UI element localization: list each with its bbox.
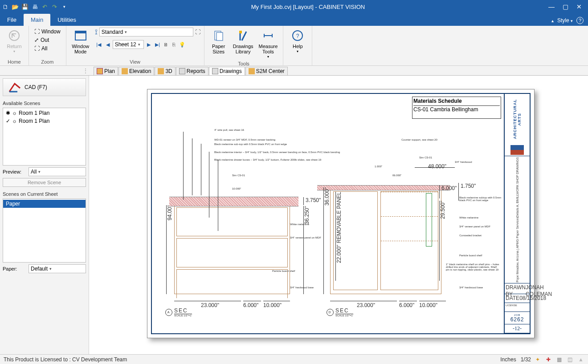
materials-schedule: Materials Schedule CS-01 Cambria Belling… [412, 97, 501, 119]
measure-tools-button[interactable]: Measure Tools ▾ [257, 28, 280, 60]
help-button[interactable]: ? Help ▾ [287, 28, 308, 55]
status-panel-icon[interactable]: ◫ [568, 356, 574, 363]
zoom-all-icon: ⛶ [34, 45, 40, 52]
work-area: CAD (F7) Available Scenes ✱☼Room 1 Plan … [0, 76, 588, 354]
cad-button[interactable]: CAD (F7) [3, 78, 86, 96]
zoom-window-button[interactable]: ⛶Window [33, 28, 62, 36]
window-mode-label: Window Mode [72, 44, 89, 54]
zoom-all-button[interactable]: ⛶All [33, 44, 62, 53]
preview-dropdown[interactable]: All▾ [29, 167, 86, 176]
return-button[interactable]: Return ▾ [4, 28, 25, 55]
scenes-on-sheet-list[interactable]: Paper [3, 198, 86, 263]
help-ribbon-icon: ? [290, 28, 305, 43]
license-cell: LICENSE [505, 303, 530, 312]
close-button[interactable]: ✕ [576, 3, 582, 10]
return-caret: ▾ [13, 50, 15, 54]
return-label: Return [7, 44, 21, 49]
status-units[interactable]: Inches [500, 356, 516, 363]
tab-drawings[interactable]: Drawings [209, 67, 245, 75]
job-cell: JOB6262 [505, 312, 530, 324]
minimize-button[interactable]: — [548, 3, 555, 10]
menu-bar: File Main Utilities ▴ Style ▾ ? [0, 13, 588, 26]
check-icon: ✓ [6, 118, 10, 124]
qat-undo-icon[interactable]: ↶ [41, 3, 48, 10]
status-cross-icon[interactable]: ✚ [546, 356, 552, 363]
qat-dropdown-icon[interactable]: ▾ [61, 3, 68, 10]
ribbon-help-label [287, 64, 308, 65]
maximize-button[interactable]: ▢ [563, 3, 568, 10]
drawings-library-button[interactable]: Drawings Library [231, 28, 255, 55]
tab-reports[interactable]: Reports [176, 67, 208, 75]
svg-rect-5 [239, 31, 242, 33]
tab-utilities[interactable]: Utilities [50, 14, 83, 26]
drawings-library-icon [236, 28, 250, 43]
tab-elevation[interactable]: Elevation [118, 67, 154, 75]
scene-item[interactable]: ✓☼Room 1 Plan [3, 117, 86, 125]
tab-main[interactable]: Main [24, 14, 50, 26]
drawing-sheet: ARCHITECTURAL ARTS MILLWORK SHOP DRAWING… [147, 89, 535, 338]
tab-3d[interactable]: 3D [155, 67, 175, 75]
ribbon-zoom-label: Zoom [33, 58, 62, 65]
style-menu[interactable]: Style ▾ [557, 17, 573, 24]
tab-file[interactable]: File [0, 14, 24, 26]
qat-redo-icon[interactable]: ↷ [51, 3, 58, 10]
dimstyle-icon[interactable]: ⟟ [95, 28, 98, 36]
three-d-icon [158, 68, 164, 74]
qat-new-icon[interactable]: 🗋 [2, 3, 9, 10]
tab-s2m[interactable]: S2M Center [245, 67, 288, 75]
sheet-dropdown[interactable]: Sheet 12▾ [113, 40, 144, 49]
scenes-on-sheet-label: Scenes on Current Sheet [3, 191, 86, 197]
fit-icon[interactable]: ⛶ [195, 29, 200, 35]
sun-icon: ☼ [12, 110, 17, 116]
qat-print-icon[interactable]: 🖶 [31, 3, 38, 10]
preview-label: Preview: [3, 169, 26, 174]
paper-sizes-button[interactable]: Paper Sizes [208, 28, 229, 55]
remove-scene-button[interactable]: Remove Scene [3, 178, 86, 187]
paper-row: Paper: Default▾ [3, 264, 86, 273]
status-snap-icon[interactable]: ✦ [535, 356, 542, 363]
drawing-canvas[interactable]: ARCHITECTURAL ARTS MILLWORK SHOP DRAWING… [89, 76, 588, 354]
nav-first-button[interactable]: |◀ [95, 40, 103, 49]
status-license: This Product is Licensed to : CV Develop… [4, 356, 500, 363]
quick-access-toolbar: 🗋 📂 💾 🖶 ↶ ↷ ▾ [2, 3, 68, 10]
qat-save-icon[interactable]: 💾 [21, 3, 29, 10]
panel-grip-icon[interactable]: ⋮ [83, 68, 88, 74]
zoom-window-icon: ⛶ [34, 28, 40, 35]
paper-dropdown[interactable]: Default▾ [29, 264, 86, 273]
zoom-out-button[interactable]: ⤢Out [33, 36, 62, 44]
help-icon[interactable]: ? [576, 17, 584, 24]
copy-sheet-icon[interactable]: ⎘ [171, 40, 178, 49]
status-fraction[interactable]: 1/32 [521, 356, 531, 363]
style-collapse-icon[interactable]: ▴ [551, 18, 554, 23]
nav-next-button[interactable]: ▶ [145, 40, 153, 49]
available-scenes-list[interactable]: ✱☼Room 1 Plan ✓☼Room 1 Plan [3, 108, 86, 166]
nav-prev-button[interactable]: ◀ [104, 40, 112, 49]
qat-open-icon[interactable]: 📂 [12, 3, 19, 10]
paper-sizes-icon [212, 28, 226, 43]
style-dropdown[interactable]: Standard▾ [99, 28, 193, 36]
help-label: Help [293, 44, 303, 49]
new-sheet-icon[interactable]: 🗎 [163, 40, 170, 49]
svg-text:?: ? [296, 33, 299, 39]
title-block: ARCHITECTURAL ARTS MILLWORK SHOP DRAWING… [504, 94, 530, 333]
ribbon-home-label: Home [4, 58, 25, 65]
current-scene-item[interactable]: Paper [3, 200, 86, 208]
plan-icon [97, 68, 103, 74]
drawings-icon [212, 68, 218, 74]
date-cell: DATE08/16/2018 [505, 294, 530, 303]
scene-item[interactable]: ✱☼Room 1 Plan [3, 109, 86, 117]
tab-plan[interactable]: Plan [94, 67, 118, 75]
ribbon-view-label: View [70, 58, 200, 65]
elevation-icon [122, 68, 128, 74]
nav-last-button[interactable]: ▶| [154, 40, 162, 49]
title-logo-text: ARCHITECTURAL ARTS [513, 95, 522, 143]
window-mode-button[interactable]: Window Mode [70, 28, 91, 55]
cabinet-section-a [174, 205, 290, 294]
window-title: My First Job.cvj [Layout] - CABINET VISI… [68, 4, 548, 10]
available-scenes-label: Available Scenes [3, 101, 86, 106]
paper-sizes-label: Paper Sizes [212, 44, 225, 54]
lightbulb-icon[interactable]: 💡 [179, 40, 186, 49]
status-grid-icon[interactable]: ▦ [557, 356, 563, 363]
svg-rect-4 [216, 32, 223, 40]
status-warn-icon[interactable]: ▲ [578, 356, 584, 363]
